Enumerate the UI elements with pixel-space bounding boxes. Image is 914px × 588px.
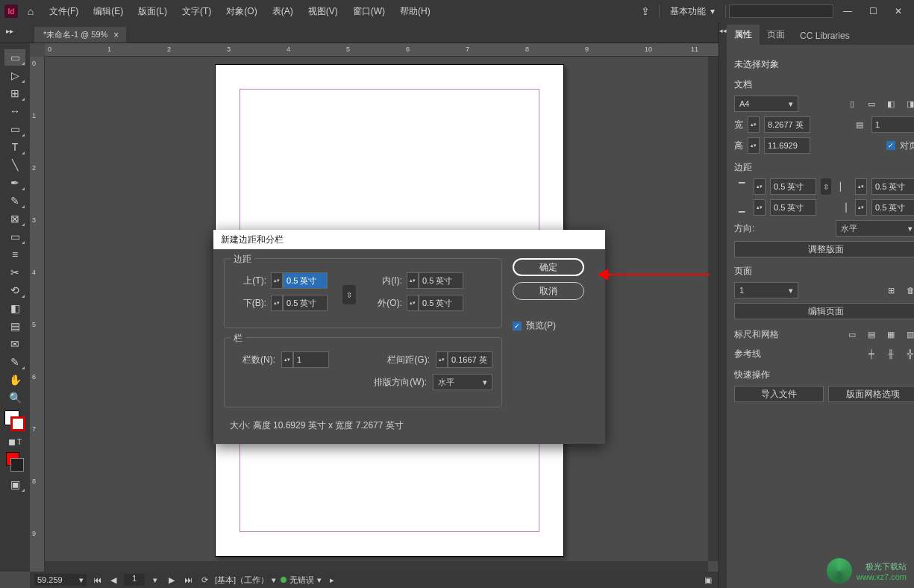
layout-grid-options-button[interactable]: 版面网格选项 [828,386,914,402]
rectangle-tool[interactable]: ▭ [4,228,25,245]
menu-view[interactable]: 视图(V) [302,2,344,21]
bottom-nudge[interactable]: ▴▾ [271,295,283,311]
tab-cc-libraries[interactable]: CC Libraries [792,27,857,45]
pages-icon[interactable]: ▤ [852,117,867,132]
share-icon[interactable]: ⇪ [635,5,656,17]
selection-tool[interactable]: ▭ [4,49,25,66]
menu-type[interactable]: 文字(T) [176,2,217,21]
guides-icon-3[interactable]: ╬ [903,346,914,361]
gutter-input[interactable] [448,351,492,368]
eyedropper-tool[interactable]: ✎ [4,354,25,370]
preview-checkbox[interactable]: ✓预览(P) [513,319,595,332]
document-tab[interactable]: *未命名-1 @ 59% × [34,27,126,43]
outside-nudge[interactable]: ▴▾ [407,295,419,311]
margin-top-input[interactable] [283,272,328,289]
gap-tool[interactable]: ↔ [4,103,25,119]
next-page-icon[interactable]: ▶ [166,575,178,585]
status-mode[interactable]: [基本]（工作）▾ [215,575,276,586]
zoom-field[interactable]: 59.259▾ [34,574,87,586]
page-dropdown-icon[interactable]: ▾ [149,575,161,585]
panel-margin-bottom-input[interactable] [770,199,816,216]
direct-selection-tool[interactable]: ▷ [4,67,25,84]
horizontal-ruler[interactable]: 0 1 2 3 4 5 6 7 8 9 10 11 [45,43,719,57]
note-tool[interactable]: ✉ [4,336,25,352]
panel-link-icon[interactable]: ⇳ [821,178,831,195]
vertical-scrollbar[interactable] [708,57,719,561]
direction-select[interactable]: 水平▾ [433,374,492,390]
dialog-titlebar[interactable]: 新建边距和分栏 [213,230,605,249]
workspace-switcher[interactable]: 基本功能▾ [663,4,722,19]
cancel-button[interactable]: 取消 [513,282,584,300]
page-preset-select[interactable]: A4▾ [734,96,798,112]
menu-object[interactable]: 对象(O) [220,2,263,21]
count-nudge[interactable]: ▴▾ [281,351,293,368]
guides-icon-1[interactable]: ╪ [864,346,879,361]
menu-file[interactable]: 文件(F) [43,2,84,21]
panel-collapse-strip[interactable]: ◂◂ [719,22,727,588]
menu-help[interactable]: 帮助(H) [394,2,436,21]
rectangle-frame-tool[interactable]: ⊠ [4,210,25,227]
window-max-button[interactable]: ☐ [862,6,884,16]
window-close-button[interactable]: ✕ [887,6,910,16]
panel-mout-nudge[interactable]: ▴▾ [855,199,867,216]
color-swatch[interactable] [4,452,25,472]
link-margins-icon[interactable]: ⇳ [342,285,356,304]
last-page-icon[interactable]: ⏭ [182,575,194,584]
screen-mode-icon[interactable]: ▣ [702,575,714,585]
rulers-icon-4[interactable]: ▥ [903,327,914,342]
orientation-landscape-icon[interactable]: ▭ [864,96,879,111]
status-menu-icon[interactable]: ▸ [326,575,338,585]
hand-tool[interactable]: ✋ [4,372,25,388]
margin-bottom-input[interactable] [283,295,328,311]
margin-inside-input[interactable] [419,272,463,289]
preflight-status[interactable]: 无错误▾ [281,575,322,586]
rulers-icon-2[interactable]: ▤ [864,327,879,342]
gradient-feather-tool[interactable]: ▤ [4,318,25,334]
width-nudge[interactable]: ▴▾ [748,116,760,133]
guides-icon-2[interactable]: ╫ [883,346,898,361]
orientation-icon-3[interactable]: ◧ [883,96,898,111]
type-tool[interactable]: T [4,139,25,155]
gutter-nudge[interactable]: ▴▾ [436,351,448,368]
height-nudge[interactable]: ▴▾ [748,137,760,154]
tab-pages[interactable]: 页面 [760,25,792,45]
top-nudge[interactable]: ▴▾ [271,272,283,289]
page-tool[interactable]: ⊞ [4,85,25,101]
panel-margin-top-input[interactable] [770,178,816,195]
rulers-icon-3[interactable]: ▦ [883,327,898,342]
orient-select[interactable]: 水平▾ [836,220,914,237]
menu-edit[interactable]: 编辑(E) [87,2,129,21]
view-mode-toggle[interactable]: ▣ [4,476,25,492]
edit-pages-button[interactable]: 编辑页面 [734,303,914,319]
gradient-swatch-tool[interactable]: ◧ [4,300,25,316]
home-icon[interactable]: ⌂ [21,4,40,19]
margin-outside-input[interactable] [419,295,463,311]
new-page-icon[interactable]: ⊞ [883,283,898,298]
menu-layout[interactable]: 版面(L) [132,2,173,21]
pencil-tool[interactable]: ✎ [4,193,25,209]
rulers-icon-1[interactable]: ▭ [845,327,860,342]
import-file-button[interactable]: 导入文件 [734,386,824,402]
zoom-tool[interactable]: 🔍 [4,390,25,406]
adjust-layout-button[interactable]: 调整版面 [734,241,914,257]
formatting-toggle[interactable]: ◼T [4,434,25,449]
first-page-icon[interactable]: ⏮ [91,575,103,584]
height-input[interactable] [764,137,810,154]
vertical-ruler[interactable]: 0 1 2 3 4 5 6 7 8 9 [30,57,45,572]
pages-input[interactable] [871,116,914,133]
page-select[interactable]: 1▾ [734,282,798,298]
orientation-icon-4[interactable]: ◨ [903,96,914,111]
tab-properties[interactable]: 属性 [727,25,760,45]
orientation-portrait-icon[interactable]: ▯ [845,96,860,111]
horizontal-scrollbar[interactable] [45,561,708,572]
prev-page-icon[interactable]: ◀ [107,575,119,585]
window-min-button[interactable]: — [836,6,859,16]
line-tool[interactable]: ╲ [4,157,25,173]
scissors-tool[interactable]: ✂ [4,264,25,281]
tool-a[interactable]: ≡ [4,246,25,263]
column-count-input[interactable] [293,351,329,368]
delete-page-icon[interactable]: 🗑 [903,283,914,298]
fill-stroke-swatch[interactable] [4,410,25,431]
facing-pages-checkbox[interactable]: ✓对页 [886,140,914,152]
panel-mbot-nudge[interactable]: ▴▾ [754,199,766,216]
